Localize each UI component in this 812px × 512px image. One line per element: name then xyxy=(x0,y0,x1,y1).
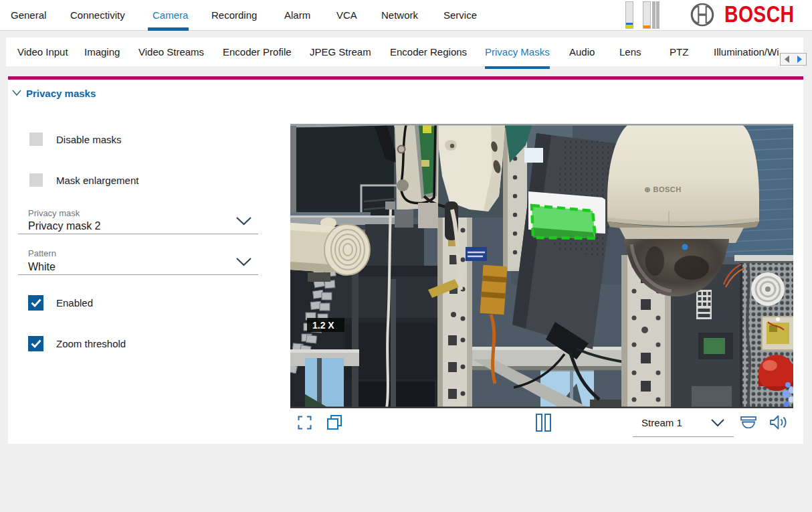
svg-text:⊕ BOSCH: ⊕ BOSCH xyxy=(644,185,682,193)
svg-text:1.2 X: 1.2 X xyxy=(312,320,334,331)
